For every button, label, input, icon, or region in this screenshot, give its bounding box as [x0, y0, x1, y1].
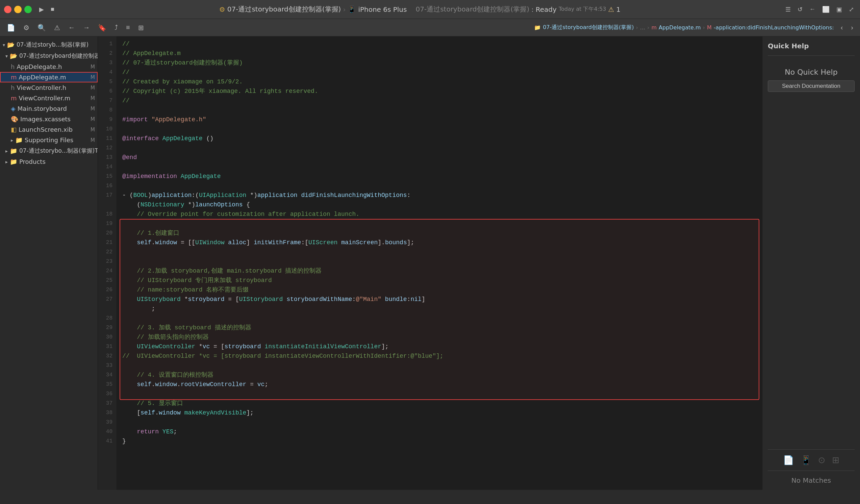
bookmark-button[interactable]: 🔖: [97, 23, 108, 32]
titlebar: ▶ ■ ⚙ 07-通过storyboard创建控制器(掌握) › 📱 iPhon…: [0, 0, 860, 19]
split-button[interactable]: ▣: [834, 5, 844, 14]
code-line-3: // 07-通过storyboard创建控制器(掌握): [122, 58, 757, 68]
forward-nav-button[interactable]: →: [82, 23, 91, 32]
sidebar-item-viewcontroller-h[interactable]: h ViewController.h M: [0, 83, 98, 93]
warning-button[interactable]: ⚠: [53, 23, 61, 32]
sidebar-badge-vh: M: [90, 85, 95, 91]
code-line-10: [122, 124, 757, 134]
sidebar-badge-xib: M: [90, 127, 95, 133]
sidebar-badge-h: M: [90, 64, 95, 70]
file-xcassets-icon: 🎨: [11, 116, 18, 123]
code-line-19: [122, 219, 757, 228]
file-storyboard-icon: ◈: [11, 105, 16, 112]
prev-issue-button[interactable]: ‹: [840, 23, 844, 32]
quick-help-no-help: No Quick Help: [768, 68, 855, 76]
sidebar-root-label: 07-通过storyb...制器(掌握): [16, 41, 88, 49]
breadcrumb-file[interactable]: AppDelegate.m: [659, 24, 701, 31]
code-line-20: // 1.创建窗口: [122, 228, 757, 238]
sidebar: ▾ 📂 07-通过storyb...制器(掌握) ▾ 📂 07-通过storyb…: [0, 37, 98, 490]
sidebar-item-viewcontroller-m[interactable]: m ViewController.m M: [0, 93, 98, 103]
file-viewcontroller-h-icon: h: [11, 84, 15, 91]
code-line-35: self.window.rootViewController = vc;: [122, 380, 757, 389]
sidebar-item-supporting-files[interactable]: ▸ 📁 Supporting Files M: [0, 135, 98, 145]
back-button[interactable]: ←: [807, 5, 817, 14]
sidebar-item-images-xcassets[interactable]: 🎨 Images.xcassets M: [0, 114, 98, 124]
products-disclosure-icon: ▸: [5, 159, 8, 164]
traffic-lights: [4, 6, 32, 13]
file-viewcontroller-m-icon: m: [11, 95, 17, 102]
sidebar-item-launchscreen-xib[interactable]: ◧ LaunchScreen.xib M: [0, 124, 98, 135]
code-text[interactable]: // // AppDelegate.m // 07-通过storyboard创建…: [117, 37, 762, 490]
file-m-icon: m: [11, 74, 17, 81]
sidebar-item-main-storyboard[interactable]: ◈ Main.storyboard M: [0, 103, 98, 114]
code-line-31: UIViewController *vc = [stroyboard insta…: [122, 342, 757, 351]
share-button[interactable]: ⤴: [113, 23, 119, 32]
sidebar-label-products: Products: [19, 158, 46, 165]
fullscreen-button[interactable]: ⤢: [847, 5, 856, 14]
sidebar-label-appdelegate-h: AppDelegate.h: [16, 63, 62, 70]
sidebar-item-appdelegate-m[interactable]: m AppDelegate.m M: [0, 72, 98, 83]
code-line-4: //: [122, 68, 757, 77]
root-folder-icon: 📂: [7, 41, 15, 48]
breadcrumb-symbol[interactable]: -application:didFinishLaunchingWithOptio…: [714, 24, 834, 31]
breadcrumb-folder-icon: 📁: [534, 24, 541, 31]
sidebar-item-tests[interactable]: ▸ 📁 07-通过storybo...制器(掌握)Tests M: [0, 145, 98, 156]
sidebar-item-appdelegate-h[interactable]: h AppDelegate.h M: [0, 61, 98, 72]
code-line-7: //: [122, 96, 757, 105]
disclosure-icon: ▾: [3, 42, 5, 48]
quick-help-no-matches: No Matches: [768, 476, 855, 485]
qh-file-icon: 📄: [783, 455, 794, 465]
sidebar-group[interactable]: ▾ 📂 07-通过storyboard创建控制器(掌握): [0, 51, 98, 61]
titlebar-title: ⚙ 07-通过storyboard创建控制器(掌握) › 📱 iPhone 6s…: [59, 5, 780, 14]
settings-button[interactable]: ⚙: [22, 23, 31, 32]
minimize-button[interactable]: [14, 6, 22, 13]
code-line-25: // UIStoryboard 专门用来加载 stroyboard: [122, 276, 757, 285]
code-line-32: // UIViewController *vc = [stroyboard in…: [122, 351, 757, 361]
code-line-14: [122, 162, 757, 172]
breadcrumb-project[interactable]: 07-通过storyboard创建控制器(掌握): [543, 24, 634, 31]
code-line-26: // name:storyboard 名称不需要后缀: [122, 285, 757, 294]
code-editor[interactable]: 12345 678910 1112131415 1617 1819 202122…: [98, 37, 762, 490]
sidebar-item-products[interactable]: ▸ 📁 Products: [0, 156, 98, 167]
code-line-8: [122, 105, 757, 115]
sidebar-root[interactable]: ▾ 📂 07-通过storyb...制器(掌握): [0, 39, 98, 51]
titlebar-controls: ☰ ↺ ← ⬜ ▣ ⤢: [783, 5, 856, 14]
tests-disclosure-icon: ▸: [5, 148, 8, 154]
close-button[interactable]: [4, 6, 12, 13]
maximize-button[interactable]: [24, 6, 32, 13]
code-line-41: }: [122, 436, 757, 446]
sidebar-group-label: 07-通过storyboard创建控制器(掌握): [19, 52, 98, 60]
code-line-12: [122, 143, 757, 153]
next-issue-button[interactable]: ›: [849, 23, 855, 32]
toolbar: 📄 ⚙ 🔍 ⚠ ← → 🔖 ⤴ ≡ ⊞ 📁 07-通过storyboard创建控…: [0, 19, 860, 37]
code-line-23: [122, 257, 757, 266]
code-line-40: return YES;: [122, 427, 757, 436]
main-layout: ▾ 📂 07-通过storyb...制器(掌握) ▾ 📂 07-通过storyb…: [0, 37, 860, 490]
editor-options-button[interactable]: ☰: [783, 5, 793, 14]
code-line-39: [122, 418, 757, 427]
toolbar-stop-button[interactable]: ■: [49, 5, 56, 14]
breadcrumb-ellipsis[interactable]: ...: [640, 24, 645, 31]
quick-help-title: Quick Help: [768, 42, 855, 50]
back-nav-button[interactable]: ←: [67, 23, 76, 32]
code-line-28: [122, 314, 757, 323]
code-line-17b: (NSDictionary *)launchOptions {: [122, 200, 757, 210]
new-file-button[interactable]: 📄: [5, 23, 16, 32]
layout-button[interactable]: ⬜: [820, 5, 832, 14]
code-line-5: // Created by xiaomage on 15/9/2.: [122, 77, 757, 86]
search-documentation-button[interactable]: Search Documentation: [768, 81, 855, 92]
toolbar-run-button[interactable]: ▶: [37, 5, 46, 14]
code-line-21: self.window = [[UIWindow alloc] initWith…: [122, 238, 757, 247]
sidebar-label-supporting-files: Supporting Files: [25, 136, 73, 144]
scm-button[interactable]: ↺: [796, 5, 805, 14]
code-line-38: [self.window makeKeyAndVisible];: [122, 408, 757, 418]
list-button[interactable]: ≡: [125, 23, 131, 32]
search-button[interactable]: 🔍: [36, 23, 47, 32]
supporting-folder-icon: 📁: [15, 136, 23, 144]
sidebar-label-appdelegate-m: AppDelegate.m: [19, 74, 66, 81]
grid-button[interactable]: ⊞: [137, 23, 145, 32]
quick-help-panel: Quick Help No Quick Help Search Document…: [762, 37, 860, 490]
group-disclosure-icon: ▾: [5, 53, 8, 59]
sidebar-badge-m: M: [90, 74, 95, 81]
code-line-9: #import "AppDelegate.h": [122, 115, 757, 124]
